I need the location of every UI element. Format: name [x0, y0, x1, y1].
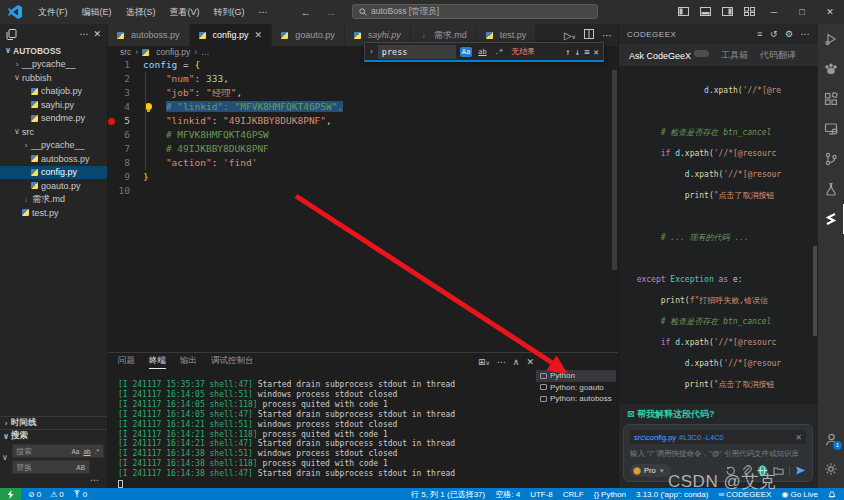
tree-item[interactable]: ∨src	[0, 125, 107, 139]
paw-extension-icon[interactable]	[818, 54, 844, 84]
sidebar-replace-input[interactable]: 替换 AB	[12, 460, 90, 474]
menu-item[interactable]: ⋯	[252, 0, 275, 24]
whole-word-icon[interactable]: ab	[82, 448, 91, 455]
ports-status[interactable]: 0	[73, 490, 87, 499]
eol-status[interactable]: CRLF	[563, 490, 584, 499]
new-chat-icon[interactable]: ≡	[757, 29, 763, 39]
menu-item[interactable]: 文件(F)	[31, 0, 75, 24]
remote-indicator[interactable]	[0, 488, 21, 500]
menu-item[interactable]: 选择(S)	[119, 0, 163, 24]
code-line[interactable]: 2 "num": 333,	[108, 72, 618, 86]
run-python-button[interactable]: ▷∨	[564, 30, 576, 41]
command-center-search[interactable]: autoBoss [管理员]	[352, 4, 598, 19]
search-details-icon[interactable]: ⋯	[0, 474, 108, 488]
find-in-selection-icon[interactable]: ≡	[584, 47, 589, 57]
tree-item[interactable]: autoboss.py	[0, 152, 107, 166]
panel-tab-输出[interactable]: 输出	[180, 355, 197, 369]
customize-layout-icon[interactable]	[738, 7, 760, 18]
find-prev-icon[interactable]: ↑	[565, 47, 570, 57]
terminal-instance[interactable]: Python: goauto	[536, 382, 616, 394]
maximize-button[interactable]: □	[788, 0, 816, 24]
code-line[interactable]: 8 "action": 'find'	[108, 156, 618, 170]
find-whole-word-icon[interactable]: ab	[476, 47, 488, 57]
explorer-close-icon[interactable]: ✕	[93, 29, 101, 39]
indentation-status[interactable]: 空格: 4	[495, 489, 520, 500]
find-regex-icon[interactable]: .*	[493, 47, 505, 57]
nav-back-icon[interactable]: ←	[301, 6, 312, 18]
tree-item[interactable]: ›__pycache__	[0, 139, 107, 153]
split-editor-icon[interactable]	[584, 29, 594, 41]
explain-code-suggestion[interactable]: ⊠ 帮我解释这段代码?	[627, 408, 715, 421]
codegeex-tab-工具箱[interactable]: 工具箱	[721, 49, 748, 62]
tab-config.py[interactable]: config.py✕	[190, 24, 273, 46]
warnings-status[interactable]: ⚠ 0	[50, 490, 64, 499]
code-editor[interactable]: 1config = {2 "num": 333,3 "job": "经理",4 …	[108, 58, 618, 352]
toggle-sidebar-icon[interactable]	[672, 7, 694, 18]
panel-maximize-icon[interactable]: ∧	[513, 357, 520, 367]
golive-status[interactable]: ◉ Go Live	[781, 490, 818, 499]
tree-item[interactable]: chatjob.py	[0, 85, 107, 99]
code-line[interactable]: 9}	[108, 170, 618, 184]
tree-item[interactable]: ∨rubbish	[0, 71, 107, 85]
bell-icon[interactable]	[828, 490, 836, 499]
code-line[interactable]: 4 # "linkid": "MFVK8HMFQKT46PSW",	[108, 100, 618, 114]
chip-close-icon[interactable]: ✕	[795, 433, 802, 442]
menu-item[interactable]: 转到(G)	[207, 0, 252, 24]
lightbulb-icon[interactable]	[145, 103, 152, 110]
codegeex-tab-代码翻译[interactable]: 代码翻译	[760, 49, 796, 62]
account-icon[interactable]: 1	[818, 424, 844, 454]
code-line[interactable]: 5 "linkid": "49IJKBBY8DUK8PNF",	[108, 114, 618, 128]
tree-item[interactable]: test.py	[0, 206, 107, 220]
find-input[interactable]: press	[378, 45, 456, 59]
editor-more-icon[interactable]: ⋯	[602, 30, 612, 41]
terminal-instance[interactable]: Python	[536, 370, 616, 382]
sidebar-search-input[interactable]: 搜索 Aa ab .*	[12, 444, 104, 458]
find-close-icon[interactable]: ✕	[594, 47, 599, 57]
editor-scrollbar[interactable]	[612, 70, 617, 270]
code-line[interactable]: 7 # 49IJKBBY8DUK8PNF	[108, 142, 618, 156]
code-line[interactable]: 10	[108, 184, 618, 198]
source-control-icon[interactable]	[818, 144, 844, 174]
code-line[interactable]: 3 "job": "经理",	[108, 86, 618, 100]
panel-close-icon[interactable]: ✕	[526, 357, 534, 367]
new-terminal-icon[interactable]: ⊞∨	[478, 357, 490, 367]
model-selector[interactable]: Pro ▼	[630, 464, 671, 477]
remote-explorer-icon[interactable]	[818, 114, 844, 144]
errors-status[interactable]: ⊘ 0	[28, 490, 41, 499]
history-icon[interactable]: ↺	[770, 29, 778, 39]
extensions-icon[interactable]	[818, 84, 844, 114]
testing-icon[interactable]	[818, 174, 844, 204]
find-match-case-icon[interactable]: Aa	[460, 47, 472, 57]
toggle-panel-icon[interactable]	[694, 7, 716, 18]
send-icon[interactable]	[795, 465, 806, 476]
terminal-instance[interactable]: Python: autoboss	[536, 393, 616, 405]
chat-input-placeholder[interactable]: 输入 "/" 调用快捷命令，"@" 引用代码文件或知识库	[630, 449, 806, 459]
panel-tab-调试控制台[interactable]: 调试控制台	[211, 355, 254, 369]
panel-tab-问题[interactable]: 问题	[118, 355, 135, 369]
tab-close-icon[interactable]: ✕	[255, 30, 263, 40]
find-next-icon[interactable]: ↓	[575, 47, 580, 57]
codegeex-scrollbar[interactable]	[813, 246, 817, 336]
files-icon[interactable]	[6, 29, 17, 40]
language-status[interactable]: {} Python	[594, 490, 626, 499]
minimize-button[interactable]: ─	[760, 0, 788, 24]
tree-item[interactable]: sendme.py	[0, 112, 107, 126]
tree-item[interactable]: sayhi.py	[0, 98, 107, 112]
preserve-case-icon[interactable]: AB	[75, 464, 86, 471]
find-toggle-icon[interactable]: ›	[369, 47, 374, 56]
tab-autoboss.py[interactable]: autoboss.py	[108, 24, 190, 46]
tree-item[interactable]: goauto.py	[0, 179, 107, 193]
menu-item[interactable]: 查看(V)	[163, 0, 207, 24]
tree-item[interactable]: config.py	[0, 166, 107, 180]
panel-more-icon[interactable]: ⋯	[497, 357, 506, 367]
terminal-output[interactable]: [I 241117 15:35:37 shell:47] Started dra…	[118, 380, 455, 491]
search-section[interactable]: ∨搜索	[0, 429, 108, 442]
toggle-replace-icon[interactable]: ∨	[2, 453, 8, 462]
manage-gear-icon[interactable]	[818, 454, 844, 484]
match-case-icon[interactable]: Aa	[70, 448, 80, 455]
cursor-position-status[interactable]: 行 5, 列 1 (已选择37)	[411, 489, 485, 500]
tree-item[interactable]: ›__pycache__	[0, 58, 107, 72]
tab-goauto.py[interactable]: goauto.py	[272, 24, 345, 46]
panel-tab-终端[interactable]: 终端	[149, 355, 166, 369]
timeline-section[interactable]: ›时间线	[0, 416, 108, 429]
